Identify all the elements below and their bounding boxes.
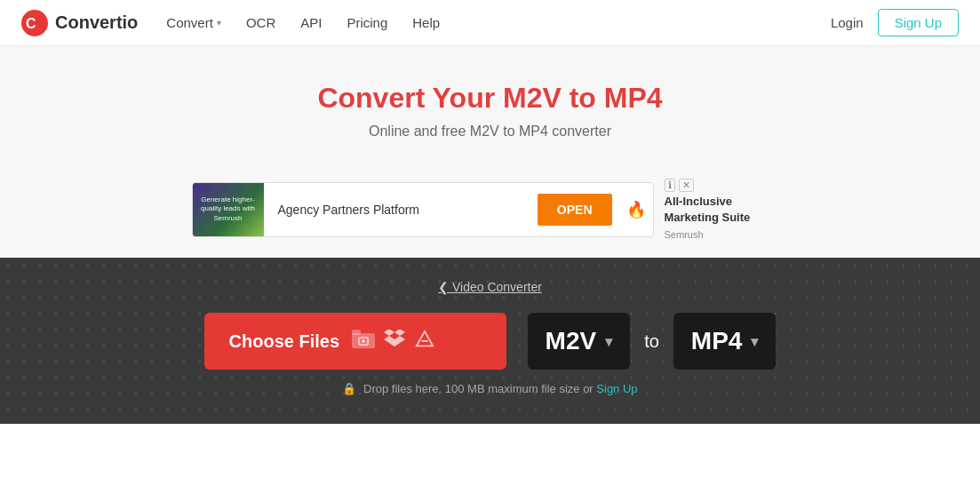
hero-title: Convert Your M2V to MP4 [18,82,962,115]
to-format-chevron-icon: ▾ [751,333,758,350]
nav-api[interactable]: API [300,15,322,30]
lock-icon: 🔒 [342,382,356,395]
dropbox-icon [384,330,405,354]
hero-subtitle: Online and free M2V to MP4 converter [18,123,962,139]
hero-section: Convert Your M2V to MP4 Online and free … [0,46,980,179]
to-label: to [644,331,659,352]
drop-hint: 🔒 Drop files here. 100 MB maximum file s… [0,382,980,395]
convert-chevron-icon: ▾ [217,18,221,28]
upload-icons [352,330,435,354]
converter-controls: Choose Files [0,313,980,370]
nav-pricing[interactable]: Pricing [347,15,387,30]
svg-rect-3 [352,330,361,335]
ad-open-button[interactable]: OPEN [538,194,612,226]
ad-card: Generate higher-quality leads with Semru… [192,182,654,237]
ad-image: Generate higher-quality leads with Semru… [193,183,264,236]
from-format-chevron-icon: ▾ [605,333,612,350]
ad-close-small-icon[interactable]: ✕ [679,179,694,192]
folder-icon [352,330,375,354]
ad-side-brand: Semrush [665,229,704,240]
header-actions: Login Sign Up [831,9,959,36]
ad-side-info: ℹ ✕ All-Inclusive Marketing Suite Semrus… [665,179,789,240]
to-format-label: MP4 [691,327,743,355]
from-format-select[interactable]: M2V ▾ [528,313,631,370]
drop-hint-text: Drop files here. 100 MB maximum file siz… [363,382,594,395]
breadcrumb: ❮ Video Converter [0,279,980,295]
choose-files-button[interactable]: Choose Files [204,313,506,370]
signup-button[interactable]: Sign Up [878,9,959,36]
logo-text: Convertio [55,12,138,33]
svg-text:C: C [26,16,36,31]
to-format-select[interactable]: MP4 ▾ [673,313,777,370]
nav-convert[interactable]: Convert ▾ [166,15,221,30]
ad-area: Generate higher-quality leads with Semru… [0,179,980,258]
from-format-label: M2V [546,327,597,355]
logo-icon: C [21,10,48,36]
ad-info-icons: ℹ ✕ [665,179,694,192]
ad-partner-text: Agency Partners Platform [264,203,538,217]
converter-section: ❮ Video Converter Choose Files [0,258,980,424]
main-nav: Convert ▾ OCR API Pricing Help [166,15,831,30]
ad-side-title: All-Inclusive Marketing Suite [665,194,789,226]
ad-close-icon[interactable]: 🔥 [626,200,646,219]
svg-marker-10 [417,331,433,347]
google-drive-icon [414,330,435,354]
login-button[interactable]: Login [831,15,864,30]
format-group: M2V ▾ to MP4 ▾ [528,313,777,370]
header: C Convertio Convert ▾ OCR API Pricing He… [0,0,980,46]
ad-info-button[interactable]: ℹ [665,179,675,192]
video-converter-link[interactable]: ❮ Video Converter [438,280,542,294]
choose-files-label: Choose Files [229,331,339,352]
logo[interactable]: C Convertio [21,10,138,36]
nav-ocr[interactable]: OCR [246,15,275,30]
signup-hint-link[interactable]: Sign Up [596,382,637,395]
nav-help[interactable]: Help [412,15,440,30]
